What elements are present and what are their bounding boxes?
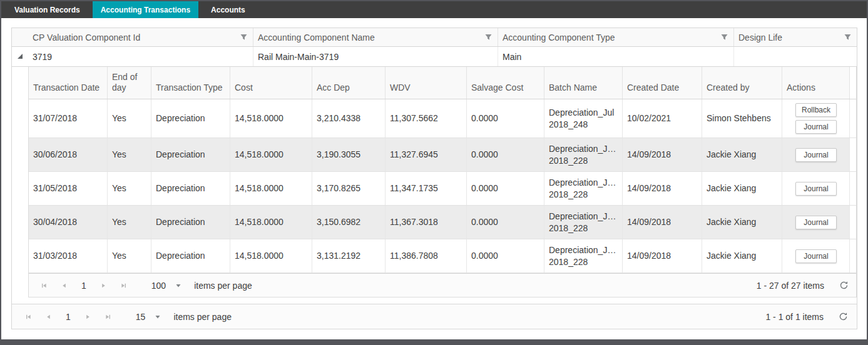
prev-page-button[interactable] [56,278,71,293]
cell-acc-dep: 3,170.8265 [312,172,385,205]
items-per-page-label: items per page [194,281,252,291]
column-header-label: Accounting Component Type [503,32,615,42]
next-page-button[interactable] [96,278,111,293]
first-page-button[interactable] [21,309,36,324]
tab-bar: Valuation Records Accounting Transaction… [1,1,867,18]
cell-transaction-date: 31/03/2018 [29,239,108,272]
prev-page-button[interactable] [41,309,56,324]
cell-transaction-date: 31/05/2018 [29,172,108,205]
cell-transaction-type: Depreciation [151,99,230,138]
column-header-label: CP Valuation Component Id [33,32,140,42]
cell-cost: 14,518.0000 [230,99,312,138]
collapse-detail-toggle[interactable] [12,47,28,66]
scrollbar-gutter [850,206,856,239]
journal-button[interactable]: Journal [795,148,837,162]
cell-design-life [734,47,857,66]
detail-header-row: Transaction Date End of day Transaction … [29,67,856,99]
page-size-dropdown[interactable]: 100 [151,281,181,291]
detail-section: Transaction Date End of day Transaction … [12,67,857,304]
column-header-accounting-component-name[interactable]: Accounting Component Name [253,28,498,46]
column-header-accounting-component-type[interactable]: Accounting Component Type [498,28,734,46]
cell-actions: Journal [782,138,850,171]
column-header-cost[interactable]: Cost [230,67,312,99]
chevron-down-icon [155,314,161,320]
cell-salvage-cost: 0.0000 [467,172,544,205]
cell-created-date: 14/09/2018 [623,172,702,205]
column-header-end-of-day[interactable]: End of day [108,67,151,99]
cell-batch-name: Depreciation_J… 2018_228 [544,138,623,171]
tab-accounting-transactions[interactable]: Accounting Transactions [93,1,198,18]
column-header-transaction-date[interactable]: Transaction Date [29,67,108,99]
pager-range-label: 1 - 27 of 27 items [757,281,824,291]
cell-wdv: 11,367.3018 [385,206,467,239]
last-page-icon [120,282,128,289]
cell-actions: Journal [782,172,850,205]
column-header-label: Design Life [738,32,782,42]
cell-created-date: 14/09/2018 [623,239,702,272]
journal-button[interactable]: Journal [795,249,837,263]
column-header-design-life[interactable]: Design Life [734,28,857,46]
cell-actions: Journal [782,239,850,272]
journal-button[interactable]: Journal [795,182,837,196]
refresh-button[interactable] [839,312,848,321]
next-page-button[interactable] [81,309,96,324]
cell-cost: 14,518.0000 [230,138,312,171]
table-row: 31/03/2018 Yes Depreciation 14,518.0000 … [29,239,856,273]
tab-valuation-records[interactable]: Valuation Records [6,1,88,18]
refresh-button[interactable] [839,281,849,290]
column-header-wdv[interactable]: WDV [385,67,467,99]
column-header-transaction-type[interactable]: Transaction Type [151,67,230,99]
page-size-dropdown[interactable]: 15 [136,312,161,322]
rollback-button[interactable]: Rollback [795,103,837,117]
cell-accounting-component-type: Main [498,47,734,66]
app-window: Valuation Records Accounting Transaction… [0,0,868,345]
filter-icon[interactable] [717,33,728,41]
cell-created-date: 14/09/2018 [623,138,702,171]
chevron-down-icon [175,282,181,289]
first-page-button[interactable] [36,278,51,293]
table-row: 31/05/2018 Yes Depreciation 14,518.0000 … [29,172,856,206]
last-page-button[interactable] [101,309,116,324]
cell-transaction-type: Depreciation [151,138,230,171]
column-header-salvage-cost[interactable]: Salvage Cost [467,67,544,99]
cell-actions: Journal [782,206,850,239]
tab-accounts[interactable]: Accounts [203,1,253,18]
filter-icon[interactable] [481,33,493,41]
expand-collapse-icon [16,52,24,62]
cell-accounting-component-name: Rail Main-Main-3719 [253,47,498,66]
column-header-actions[interactable]: Actions [782,67,850,99]
filter-icon[interactable] [840,33,852,41]
column-header-batch-name[interactable]: Batch Name [544,67,623,99]
first-page-icon [40,282,48,289]
filter-icon[interactable] [236,33,248,41]
current-page[interactable]: 1 [63,312,73,322]
column-header-cp-valuation-component-id[interactable]: CP Valuation Component Id [28,28,253,46]
prev-page-icon [60,282,68,289]
cell-transaction-date: 31/07/2018 [29,99,108,138]
table-row: 31/07/2018 Yes Depreciation 14,518.0000 … [29,99,856,138]
cell-salvage-cost: 0.0000 [467,138,544,171]
last-page-button[interactable] [116,278,131,293]
cell-wdv: 11,347.1735 [385,172,467,205]
cell-salvage-cost: 0.0000 [467,99,544,138]
journal-button[interactable]: Journal [795,120,837,134]
cell-end-of-day: Yes [108,138,151,171]
prev-page-icon [44,313,52,321]
refresh-icon [839,312,848,321]
pager-range-label: 1 - 1 of 1 items [765,312,824,322]
last-page-icon [105,313,112,321]
cell-transaction-date: 30/06/2018 [29,138,108,171]
detail-pager: 1 100 items per page 1 - 27 of 27 items [29,273,856,297]
cell-end-of-day: Yes [108,172,151,205]
column-header-acc-dep[interactable]: Acc Dep [312,67,385,99]
scrollbar-gutter [850,172,856,205]
next-page-icon [100,282,108,289]
cell-wdv: 11,307.5662 [385,99,467,138]
journal-button[interactable]: Journal [795,216,837,229]
cell-acc-dep: 3,150.6982 [312,206,385,239]
scrollbar-gutter [850,138,856,171]
current-page[interactable]: 1 [79,281,89,291]
cell-wdv: 11,327.6945 [385,138,467,171]
column-header-created-date[interactable]: Created Date [623,67,702,99]
column-header-created-by[interactable]: Created by [702,67,782,99]
